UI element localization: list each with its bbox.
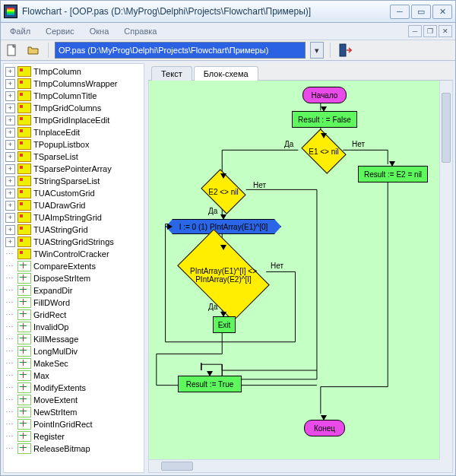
class-icon <box>17 249 31 259</box>
flow-e2-nil[interactable]: E2 <> nil <box>205 178 242 205</box>
tree-item-label: FillDWord <box>33 298 70 307</box>
tree-item[interactable]: ⋯PointInGridRect <box>5 418 142 430</box>
tree-indent: ⋯ <box>5 347 15 357</box>
menu-help[interactable]: Справка <box>116 25 164 37</box>
toolbar: OP.pas (D:\MyProg\Delphi\Projects\Flowch… <box>1 40 455 61</box>
tree-item[interactable]: ⋯ModifyExtents <box>5 382 142 394</box>
flow-e1-nil[interactable]: E1 <> nil <box>306 138 342 165</box>
edge-no-2: Нет <box>253 181 266 189</box>
minimize-button[interactable]: ─ <box>390 5 410 19</box>
tree-item[interactable]: ⋯MoveExtent <box>5 394 142 406</box>
tree-item-label: TImpGridColumns <box>33 103 101 113</box>
menu-service[interactable]: Сервис <box>38 25 82 37</box>
tree-item-label: CompareExtents <box>33 262 96 271</box>
tree-item[interactable]: ⋯MakeSec <box>5 357 142 370</box>
file-selector[interactable]: OP.pas (D:\MyProg\Delphi\Projects\Flowch… <box>55 42 306 59</box>
tree-item[interactable]: ⋯CompareExtents <box>5 260 142 272</box>
expand-icon[interactable]: + <box>5 91 15 101</box>
tree-item[interactable]: +TSparseList <box>5 151 142 163</box>
tree-item[interactable]: +TUADrawGrid <box>5 199 142 211</box>
edge-no-1: Нет <box>352 140 365 148</box>
mdi-minimize-button[interactable]: ─ <box>408 25 422 37</box>
tree-indent: ⋯ <box>5 383 15 393</box>
maximize-button[interactable]: ▭ <box>411 5 431 19</box>
tree-item[interactable]: ⋯FillDWord <box>5 297 142 309</box>
expand-icon[interactable]: + <box>5 116 15 125</box>
tree-item[interactable]: ⋯NewStrItem <box>5 406 142 418</box>
expand-icon[interactable]: + <box>5 79 15 89</box>
expand-icon[interactable]: + <box>5 225 15 235</box>
tree-item-label: TImpColumn <box>33 67 81 76</box>
expand-icon[interactable]: + <box>5 67 15 77</box>
tree-item-label: TUADrawGrid <box>33 201 85 210</box>
class-icon <box>17 200 31 211</box>
tree-item[interactable]: ⋯ExpandDir <box>5 284 142 297</box>
tree-item[interactable]: +TPopupListbox <box>5 138 142 151</box>
tree-item[interactable]: +TUAImpStringGrid <box>5 211 142 224</box>
new-file-button[interactable] <box>4 42 21 59</box>
tree-item-label: TInplaceEdit <box>33 128 80 137</box>
function-icon <box>17 370 31 381</box>
scrollbar-thumb[interactable] <box>442 93 451 163</box>
tree-item[interactable]: +TImpColumnTitle <box>5 90 142 102</box>
tree-item[interactable]: ⋯LongMulDiv <box>5 345 142 357</box>
tree-item[interactable]: ⋯TWinControlCracker <box>5 248 142 260</box>
tab-text[interactable]: Текст <box>151 66 192 81</box>
flow-result-true[interactable]: Result := True <box>178 376 242 392</box>
flow-start[interactable]: Начало <box>302 87 347 103</box>
symbol-tree[interactable]: +TImpColumn+TImpColumnsWrapper+TImpColum… <box>4 64 144 472</box>
exit-button[interactable] <box>337 42 353 59</box>
tab-diagram[interactable]: Блок-схема <box>194 66 258 81</box>
new-file-icon <box>7 44 17 56</box>
titlebar[interactable]: Flowchart - [OOP.pas (D:\MyProg\Delphi\P… <box>1 1 455 23</box>
tree-item[interactable]: ⋯Register <box>5 430 142 443</box>
tree-item-label: NewStrItem <box>33 408 77 417</box>
flow-loop[interactable]: I := 0 (1) PIntArray(E1)^[0] <box>166 219 281 234</box>
expand-icon[interactable]: + <box>5 189 15 198</box>
horizontal-scrollbar[interactable] <box>149 459 440 472</box>
menu-windows[interactable]: Окна <box>82 25 117 37</box>
tree-item[interactable]: ⋯Max <box>5 370 142 382</box>
tree-item[interactable]: +TImpColumn <box>5 65 142 78</box>
expand-icon[interactable]: + <box>5 140 15 150</box>
flow-result-false[interactable]: Result : = False <box>292 111 357 128</box>
tree-item[interactable]: +TUAStringGridStrings <box>5 236 142 248</box>
flowchart-canvas[interactable]: Начало Result : = False E1 <> nil Да Нет… <box>149 81 440 460</box>
scrollbar-thumb[interactable] <box>161 462 193 471</box>
tree-item[interactable]: +TStringSparseList <box>5 175 142 187</box>
tree-item[interactable]: +TImpGridColumns <box>5 102 142 114</box>
expand-icon[interactable]: + <box>5 201 15 211</box>
tree-item[interactable]: ⋯KillMessage <box>5 333 142 345</box>
tree-item[interactable]: +TUACustomGrid <box>5 187 142 199</box>
tree-item[interactable]: +TSparsePointerArray <box>5 163 142 175</box>
tree-item-label: TImpColumnTitle <box>33 91 97 100</box>
mdi-close-button[interactable]: ✕ <box>439 25 452 37</box>
class-icon <box>17 127 31 138</box>
flow-end[interactable]: Конец <box>304 420 345 436</box>
expand-icon[interactable]: + <box>5 237 15 247</box>
vertical-scrollbar[interactable] <box>439 81 452 460</box>
mdi-restore-button[interactable]: ❐ <box>423 25 437 37</box>
tree-item[interactable]: +TUAStringGrid <box>5 224 142 236</box>
expand-icon[interactable]: + <box>5 152 15 162</box>
expand-icon[interactable]: + <box>5 176 15 186</box>
tree-item[interactable]: +TImpGridInplaceEdit <box>5 114 142 126</box>
close-button[interactable]: ✕ <box>432 5 452 19</box>
flow-result-e2[interactable]: Result := E2 = nil <box>358 166 428 182</box>
file-selector-dropdown[interactable]: ▾ <box>310 42 324 59</box>
flow-compare[interactable]: PIntArray(E1)^[I] <> PIntArray(E2)^[I] <box>184 249 263 301</box>
expand-icon[interactable]: + <box>5 103 15 113</box>
tree-item[interactable]: ⋯GridRect <box>5 309 142 321</box>
tree-item[interactable]: +TInplaceEdit <box>5 126 142 138</box>
tree-item[interactable]: ⋯ReleaseBitmap <box>5 443 142 455</box>
tree-item[interactable]: ⋯DisposeStrItem <box>5 272 142 284</box>
class-icon <box>17 236 31 247</box>
expand-icon[interactable]: + <box>5 164 15 174</box>
expand-icon[interactable]: + <box>5 213 15 223</box>
menu-file[interactable]: Файл <box>2 25 38 37</box>
tree-item[interactable]: ⋯InvalidOp <box>5 321 142 333</box>
expand-icon[interactable]: + <box>5 128 15 138</box>
open-file-button[interactable] <box>25 42 42 59</box>
tree-item[interactable]: +TImpColumnsWrapper <box>5 78 142 90</box>
flow-exit[interactable]: Exit <box>213 316 236 333</box>
